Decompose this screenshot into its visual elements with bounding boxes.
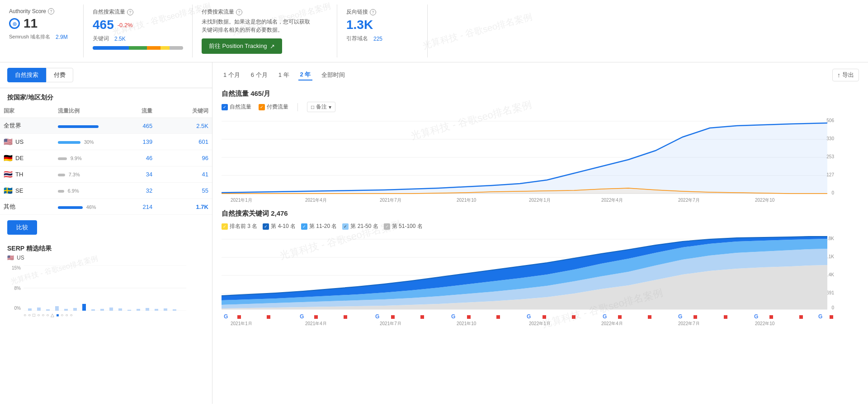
keywords-value[interactable]: 1.7K: [196, 204, 208, 210]
4-10-checkbox[interactable]: ✓: [263, 223, 269, 230]
percent-text: 30%: [84, 139, 94, 145]
4-10-label: 第 4-10 名: [271, 222, 296, 230]
legend-4-10[interactable]: ✓ 第 4-10 名: [263, 222, 296, 230]
legend-top3[interactable]: ✓ 排名前 3 名: [222, 222, 257, 230]
keywords-cell: 41: [156, 166, 212, 183]
svg-text:2022年4月: 2022年4月: [601, 198, 623, 203]
time-filter-all[interactable]: 全部时间: [320, 70, 347, 80]
svg-text:2022年7月: 2022年7月: [678, 198, 700, 203]
keywords-value[interactable]: 41: [202, 171, 208, 178]
svg-text:2021年10: 2021年10: [457, 321, 476, 325]
51-100-checkbox[interactable]: ✓: [384, 223, 390, 230]
svg-text:G: G: [527, 313, 531, 320]
svg-text:2022年4月: 2022年4月: [601, 321, 623, 325]
organic-traffic-section: 自然搜索流量 ? 465 -0.2% 关键词 2.5K 光算科技 - 谷歌seo…: [84, 5, 193, 57]
traffic-cell: 139: [113, 134, 156, 150]
backlinks-sub: 引荐域名 225: [346, 35, 418, 43]
main-content: 自然搜索 付费 按国家/地区划分 国家 流量比例 流量 关键词: [0, 62, 868, 404]
keywords-value[interactable]: 601: [198, 138, 208, 145]
keywords-value[interactable]: 96: [202, 155, 208, 161]
google-update-marker: [542, 315, 546, 319]
time-filter-2y[interactable]: 2 年: [298, 70, 313, 80]
metrics-bar: Authority Score ? ◎ 11 Semrush 域名排名 2.9M…: [0, 0, 868, 62]
traffic-value[interactable]: 32: [146, 187, 152, 194]
organic-traffic-info-icon[interactable]: ?: [127, 9, 133, 15]
legend-21-50[interactable]: ✓ 第 21-50 名: [342, 222, 378, 230]
organic-checkbox[interactable]: ✓: [222, 104, 228, 110]
legend-separator: [297, 103, 298, 111]
time-filter-1m[interactable]: 1 个月: [222, 70, 242, 80]
authority-score-title: Authority Score ?: [9, 8, 74, 14]
traffic-value[interactable]: 465: [143, 123, 153, 129]
traffic-value[interactable]: 139: [143, 138, 153, 145]
svg-rect-12: [109, 308, 113, 311]
notes-button[interactable]: □ 备注 ▾: [307, 102, 335, 112]
traffic-value[interactable]: 34: [146, 171, 152, 178]
progress-container: [93, 46, 183, 50]
compare-button[interactable]: 比较: [7, 220, 37, 235]
serp-icon: ○: [28, 312, 31, 317]
keywords-value[interactable]: 55: [202, 187, 208, 194]
country-cell: 🇩🇪 DE: [0, 150, 54, 166]
svg-text:691: 691: [826, 290, 834, 295]
tab-paid[interactable]: 付费: [46, 68, 73, 82]
country-name-text: TH: [15, 171, 23, 178]
traffic-cell: 465: [113, 118, 156, 134]
backlinks-info-icon[interactable]: ?: [370, 9, 376, 15]
progress-seg-gray: [170, 46, 183, 50]
authority-score-label: Authority Score: [9, 8, 46, 14]
legend-paid[interactable]: ✓ 付费流量: [259, 103, 288, 111]
svg-text:G: G: [603, 313, 607, 320]
progress-bar: [93, 46, 183, 50]
organic-keywords-svg: 2.8K 2.1K 1.4K 691 0: [222, 235, 841, 325]
11-20-checkbox[interactable]: ✓: [301, 223, 307, 230]
keywords-cell: 1.7K: [156, 199, 212, 215]
time-filter-1y[interactable]: 1 年: [277, 70, 291, 80]
traffic-value[interactable]: 46: [146, 155, 152, 161]
semrush-value[interactable]: 2.9M: [56, 34, 68, 40]
authority-score-info-icon[interactable]: ?: [48, 8, 54, 14]
legend-11-20[interactable]: ✓ 第 11-20 名: [301, 222, 337, 230]
us-flag-icon: 🇺🇸: [7, 255, 14, 261]
serp-y-15: 15%: [7, 265, 21, 270]
organic-keywords-chart-area: 2.8K 2.1K 1.4K 691 0: [222, 235, 859, 327]
traffic-cell: 46: [113, 150, 156, 166]
svg-text:G: G: [375, 313, 379, 320]
paid-traffic-info-icon[interactable]: ?: [236, 9, 242, 15]
country-cell: 全世界: [0, 118, 54, 134]
position-tracking-button[interactable]: 前往 Position Tracking ↗: [202, 38, 282, 54]
21-50-checkbox[interactable]: ✓: [342, 223, 349, 230]
google-update-marker: [237, 315, 241, 319]
serp-title: SERP 精选结果: [0, 240, 212, 255]
percent-text: 9.9%: [71, 156, 82, 161]
keywords-value[interactable]: 2.5K: [196, 123, 208, 129]
google-update-marker: [391, 315, 395, 319]
organic-keywords-chart-title: 自然搜索关键词 2,476: [222, 209, 859, 218]
google-update-marker: [496, 315, 500, 319]
legend-51-100[interactable]: ✓ 第 51-100 名: [384, 222, 423, 230]
google-update-marker: [724, 315, 727, 319]
keyword-value[interactable]: 2.5K: [114, 36, 126, 42]
export-button[interactable]: ↑ 导出: [832, 69, 859, 81]
legend-organic[interactable]: ✓ 自然流量: [222, 103, 251, 111]
serp-icon: ○: [46, 312, 49, 317]
paid-checkbox[interactable]: ✓: [259, 104, 265, 110]
svg-text:0: 0: [831, 305, 834, 310]
keywords-cell: 96: [156, 150, 212, 166]
organic-traffic-value-container: 465 -0.2%: [93, 18, 183, 32]
svg-text:2022年1月: 2022年1月: [529, 321, 551, 325]
svg-rect-3: [28, 308, 32, 311]
top3-checkbox[interactable]: ✓: [222, 223, 228, 230]
referring-value[interactable]: 225: [373, 36, 382, 42]
svg-rect-16: [146, 308, 149, 311]
traffic-value[interactable]: 214: [143, 204, 153, 210]
organic-traffic-sub: 关键词 2.5K: [93, 35, 183, 43]
serp-icon: ○: [61, 312, 63, 317]
time-filter-6m[interactable]: 6 个月: [249, 70, 269, 80]
tab-organic[interactable]: 自然搜索: [7, 68, 46, 82]
svg-rect-10: [91, 309, 95, 311]
authority-score-value-container: ◎ 11: [9, 16, 74, 31]
svg-rect-9: [82, 304, 86, 311]
traffic-bar: [58, 125, 99, 128]
organic-traffic-label: 自然搜索流量: [93, 8, 125, 16]
